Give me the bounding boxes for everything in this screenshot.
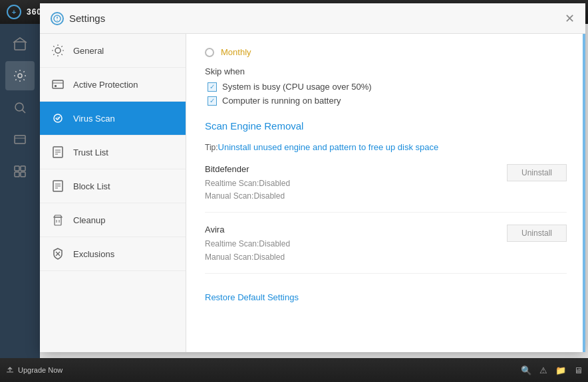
- sidebar-virus-scan-label: Virus Scan: [73, 114, 115, 124]
- sidebar-exclusions-label: Exclusions: [73, 249, 114, 259]
- block-list-icon: [51, 179, 65, 193]
- upgrade-label: Upgrade Now: [18, 366, 63, 374]
- sidebar-active-protection-label: Active Protection: [73, 80, 138, 90]
- sidebar-item-active-protection[interactable]: Active Protection: [40, 68, 186, 102]
- sidebar-item-exclusions[interactable]: Exclusions: [40, 237, 186, 271]
- avira-name: Avira: [205, 225, 290, 235]
- svg-rect-13: [53, 80, 63, 88]
- settings-dialog: Settings ✕ General: [40, 3, 585, 352]
- sidebar-item-trust-list[interactable]: Trust List: [40, 136, 186, 169]
- engine-info-bitdefender: Bitdefender Realtime Scan:Disabled Manua…: [205, 164, 290, 203]
- cpu-label: System is busy (CPU usage over 50%): [222, 82, 372, 92]
- dialog-title: Settings: [51, 12, 105, 25]
- monthly-radio[interactable]: [205, 48, 214, 57]
- restore-defaults-link[interactable]: Restore Default Settings: [205, 292, 299, 302]
- svg-point-11: [57, 19, 57, 20]
- exclusions-icon: [51, 246, 65, 261]
- checkbox-row-battery: ✓ Computer is running on battery: [205, 96, 567, 106]
- taskbar-warning-icon[interactable]: ⚠: [539, 365, 547, 375]
- dialog-header: Settings ✕: [40, 3, 585, 34]
- virus-scan-icon: [51, 111, 65, 126]
- avira-status: Realtime Scan:Disabled Manual Scan:Disab…: [205, 238, 290, 263]
- bitdefender-uninstall-button[interactable]: Uninstall: [507, 164, 567, 181]
- left-panel-scan[interactable]: [5, 93, 35, 122]
- engine-row-avira: Avira Realtime Scan:Disabled Manual Scan…: [205, 225, 567, 273]
- content-area: Monthly Skip when ✓ System is busy (CPU …: [186, 34, 585, 352]
- engine-row-bitdefender: Bitdefender Realtime Scan:Disabled Manua…: [205, 164, 567, 213]
- scroll-indicator: [583, 34, 585, 352]
- taskbar-right: 🔍 ⚠ 📁 🖥: [521, 365, 583, 375]
- section-title: Scan Engine Removal: [205, 120, 567, 132]
- sidebar: General Active Protection: [40, 34, 186, 352]
- battery-checkbox[interactable]: ✓: [208, 96, 217, 106]
- sidebar-general-label: General: [73, 46, 104, 56]
- settings-title-icon: [51, 12, 64, 25]
- left-panel-tools[interactable]: [5, 125, 35, 154]
- cpu-checkbox[interactable]: ✓: [208, 82, 217, 92]
- dialog-close-button[interactable]: ✕: [565, 13, 575, 25]
- taskbar-left: Upgrade Now: [5, 365, 63, 375]
- avira-uninstall-button[interactable]: Uninstall: [507, 225, 567, 242]
- svg-point-1: [18, 74, 22, 78]
- taskbar-monitor-icon[interactable]: 🖥: [574, 365, 583, 375]
- svg-rect-3: [15, 136, 25, 143]
- battery-checkmark: ✓: [210, 98, 215, 104]
- bitdefender-name: Bitdefender: [205, 164, 290, 174]
- svg-rect-5: [15, 166, 19, 171]
- section-tip: Tip:Uninstall unused engine and pattern …: [205, 136, 567, 152]
- svg-rect-7: [15, 172, 19, 177]
- upgrade-now-button[interactable]: Upgrade Now: [5, 365, 63, 375]
- engine-info-avira: Avira Realtime Scan:Disabled Manual Scan…: [205, 225, 290, 263]
- skip-when-label: Skip when: [205, 66, 567, 76]
- sidebar-item-virus-scan[interactable]: Virus Scan: [40, 102, 186, 136]
- sidebar-cleanup-label: Cleanup: [73, 215, 105, 225]
- svg-point-12: [55, 48, 61, 53]
- dialog-title-text: Settings: [69, 13, 105, 24]
- taskbar-search-icon[interactable]: 🔍: [521, 365, 531, 375]
- battery-label: Computer is running on battery: [222, 96, 341, 106]
- taskbar-folder-icon[interactable]: 📁: [555, 365, 566, 375]
- app-logo: +: [7, 5, 21, 19]
- sidebar-item-block-list[interactable]: Block List: [40, 169, 186, 203]
- sidebar-trust-list-label: Trust List: [73, 147, 108, 157]
- svg-rect-15: [55, 85, 57, 87]
- sidebar-block-list-label: Block List: [73, 181, 110, 191]
- svg-point-2: [15, 103, 23, 111]
- general-icon: [51, 43, 65, 58]
- taskbar: Upgrade Now 🔍 ⚠ 📁 🖥: [0, 358, 588, 382]
- cleanup-icon: [51, 213, 65, 227]
- left-panel-settings[interactable]: [5, 61, 35, 90]
- skip-when-section: Skip when ✓ System is busy (CPU usage ov…: [205, 66, 567, 106]
- left-panel: [0, 24, 40, 358]
- sidebar-item-general[interactable]: General: [40, 34, 186, 68]
- schedule-row: Monthly: [205, 47, 567, 57]
- svg-rect-6: [21, 166, 25, 171]
- left-panel-more[interactable]: [5, 157, 35, 186]
- bitdefender-status: Realtime Scan:Disabled Manual Scan:Disab…: [205, 177, 290, 203]
- trust-list-icon: [51, 145, 65, 159]
- monthly-label: Monthly: [221, 47, 251, 57]
- svg-rect-0: [15, 42, 25, 50]
- dialog-body: General Active Protection: [40, 34, 585, 352]
- svg-rect-26: [55, 217, 61, 225]
- tip-link[interactable]: Uninstall unused engine and pattern to f…: [218, 142, 439, 152]
- active-protection-icon: [51, 77, 65, 92]
- left-panel-home[interactable]: [5, 29, 35, 58]
- svg-rect-8: [21, 172, 25, 177]
- checkbox-row-cpu: ✓ System is busy (CPU usage over 50%): [205, 82, 567, 92]
- sidebar-item-cleanup[interactable]: Cleanup: [40, 203, 186, 237]
- cpu-checkmark: ✓: [210, 84, 215, 90]
